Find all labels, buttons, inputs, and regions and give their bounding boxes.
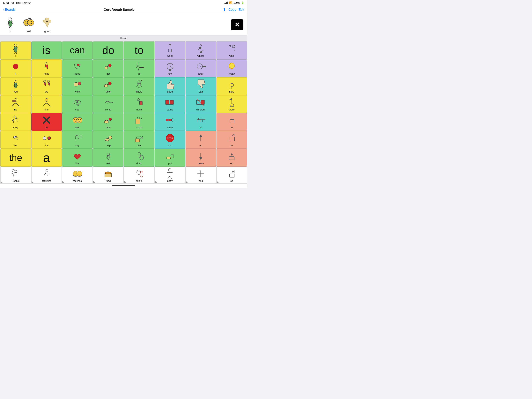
grid-cell-up[interactable]: up — [186, 131, 216, 149]
grid-cell-out[interactable]: out — [216, 131, 247, 149]
grid-cell-she[interactable]: she — [31, 95, 62, 113]
grid-cell-what[interactable]: ?what — [155, 41, 185, 59]
sentence-label-feel: feel — [26, 30, 31, 33]
category-feelings[interactable]: feelings — [62, 167, 93, 183]
grid-cell-have[interactable]: have — [124, 95, 154, 113]
cell-icon-take — [103, 79, 114, 90]
grid-cell-all[interactable]: all — [186, 113, 216, 131]
grid-cell-they[interactable]: they — [0, 113, 31, 131]
cell-label-where: where — [197, 54, 204, 58]
cell-icon-mine — [41, 61, 52, 72]
grid-cell-we[interactable]: we — [31, 77, 62, 95]
grid-cell-today[interactable]: today — [216, 59, 247, 77]
svg-point-90 — [12, 119, 14, 121]
grid-cell-different[interactable]: different — [186, 95, 216, 113]
grid-cell-bad[interactable]: bad — [186, 77, 216, 95]
cell-icon-she — [41, 97, 52, 108]
category-off[interactable]: off — [216, 167, 247, 183]
category-drinks[interactable]: drinks — [124, 167, 154, 183]
category-body[interactable]: body — [155, 167, 185, 183]
grid-cell-later[interactable]: later — [186, 59, 216, 77]
svg-rect-125 — [78, 135, 81, 138]
grid-cell-not[interactable]: not — [31, 113, 62, 131]
grid-cell-to[interactable]: to — [124, 41, 154, 59]
svg-rect-149 — [229, 157, 234, 160]
svg-marker-180 — [232, 170, 234, 172]
svg-point-120 — [43, 137, 46, 140]
grid-cell-help[interactable]: help — [93, 131, 124, 149]
grid-cell-same[interactable]: same — [155, 95, 185, 113]
delete-button[interactable]: ✕ — [231, 19, 243, 30]
grid-cell-there[interactable]: there — [216, 95, 247, 113]
category-and[interactable]: and — [186, 167, 216, 183]
cell-icon-on — [226, 151, 237, 161]
grid-cell-i[interactable]: I — [0, 41, 31, 59]
svg-point-56 — [78, 82, 81, 85]
grid-cell-now[interactable]: now — [155, 59, 185, 77]
copy-button[interactable]: Copy — [228, 8, 236, 12]
svg-point-30 — [108, 64, 111, 67]
grid-cell-stop[interactable]: STOPstop — [155, 131, 185, 149]
grid-cell-the[interactable]: the — [0, 149, 31, 167]
grid-cell-know[interactable]: know — [124, 77, 154, 95]
cell-label-stop: stop — [167, 144, 172, 147]
grid-cell-feel[interactable]: feel — [62, 113, 93, 131]
grid-cell-where[interactable]: ?where — [186, 41, 216, 59]
category-activities[interactable]: activities — [31, 167, 62, 183]
grid-cell-down[interactable]: down — [186, 149, 216, 167]
grid-cell-want[interactable]: want — [62, 77, 93, 95]
sentence-word-1[interactable]: feel — [22, 16, 35, 33]
edit-button[interactable]: Edit — [239, 8, 244, 12]
grid-cell-can[interactable]: can — [62, 41, 93, 59]
sentence-word-0[interactable]: I — [4, 16, 17, 33]
back-button[interactable]: ‹ Boards — [3, 8, 16, 12]
grid-cell-he[interactable]: he — [0, 95, 31, 113]
grid-cell-mine[interactable]: mine — [31, 59, 62, 77]
grid-cell-go[interactable]: go — [124, 59, 154, 77]
grid-cell-see[interactable]: see — [62, 95, 93, 113]
grid-cell-here[interactable]: here — [216, 77, 247, 95]
svg-rect-77 — [140, 101, 142, 105]
grid-cell-it[interactable]: it — [0, 59, 31, 77]
grid-cell-a[interactable]: a — [31, 149, 62, 167]
svg-point-94 — [77, 117, 82, 123]
grid-cell-on[interactable]: on — [216, 149, 247, 167]
grid-cell-eat[interactable]: eat — [93, 149, 124, 167]
grid-cell-drink[interactable]: drink — [124, 149, 154, 167]
grid-cell-is[interactable]: is — [31, 41, 62, 59]
grid-cell-that[interactable]: that — [31, 131, 62, 149]
share-icon[interactable]: ⬆ — [223, 7, 226, 12]
svg-point-59 — [138, 81, 140, 83]
cell-label-more: more — [167, 126, 173, 129]
cell-label-go: go — [138, 72, 140, 75]
grid-cell-put[interactable]: put — [155, 149, 185, 167]
cell-icon-we — [41, 79, 52, 90]
grid-cell-play[interactable]: play — [124, 131, 154, 149]
svg-point-98 — [80, 119, 81, 120]
grid-cell-like[interactable]: like — [62, 149, 93, 167]
signal-icon — [224, 1, 228, 4]
category-food[interactable]: food — [93, 167, 124, 183]
grid-cell-do[interactable]: do — [93, 41, 124, 59]
grid-cell-get[interactable]: get — [93, 59, 124, 77]
cell-label-she: she — [44, 108, 49, 111]
grid-cell-good[interactable]: good — [155, 77, 185, 95]
svg-point-97 — [78, 119, 79, 120]
svg-rect-82 — [201, 100, 204, 104]
grid-cell-say[interactable]: say — [62, 131, 93, 149]
category-people[interactable]: People — [0, 167, 31, 183]
grid-cell-come[interactable]: come — [93, 95, 124, 113]
grid-cell-who[interactable]: ?who — [216, 41, 247, 59]
cell-label-that: that — [44, 144, 49, 147]
grid-cell-in[interactable]: in — [216, 113, 247, 131]
grid-cell-you[interactable]: you — [0, 77, 31, 95]
cell-label-all: all — [200, 126, 202, 129]
grid-cell-give[interactable]: give — [93, 113, 124, 131]
grid-cell-make[interactable]: make — [124, 113, 154, 131]
grid-cell-more[interactable]: more — [155, 113, 185, 131]
grid-cell-this[interactable]: this — [0, 131, 31, 149]
grid-cell-take[interactable]: take — [93, 77, 124, 95]
grid-cell-need[interactable]: need — [62, 59, 93, 77]
sentence-word-2[interactable]: good — [41, 16, 54, 33]
svg-rect-134 — [230, 137, 234, 141]
